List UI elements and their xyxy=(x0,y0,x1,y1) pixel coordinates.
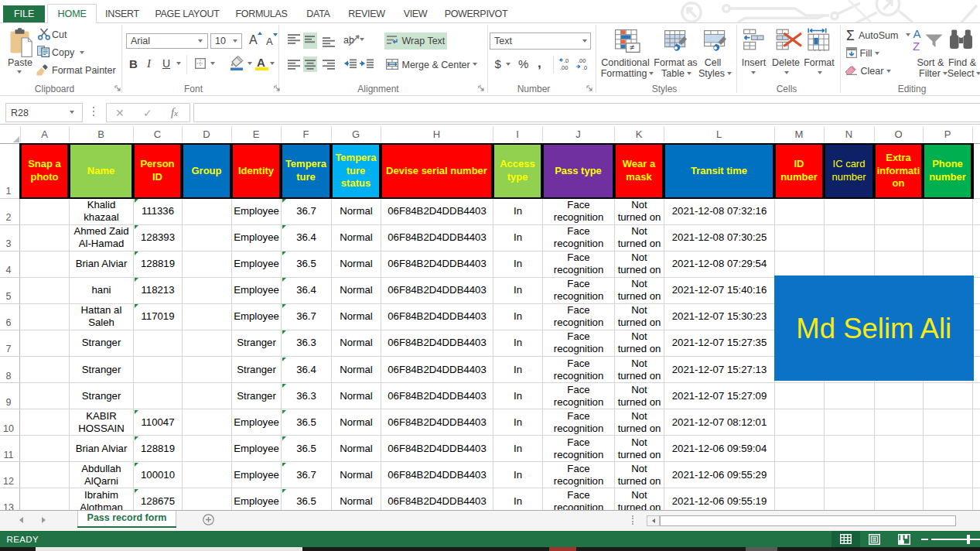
svg-text:A: A xyxy=(913,27,921,40)
svg-text:≠: ≠ xyxy=(630,43,634,52)
svg-text:.00: .00 xyxy=(560,64,568,71)
svg-text:Z: Z xyxy=(913,39,920,51)
